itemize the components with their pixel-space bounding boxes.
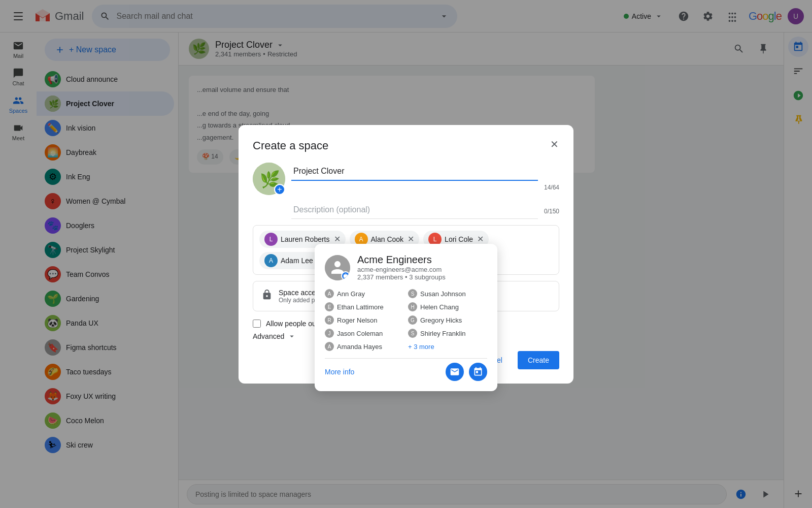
description-row: 0/150 [291, 201, 559, 219]
chip-avatar-adam: A [264, 254, 278, 267]
popover-action-buttons [446, 363, 487, 381]
outside-checkbox[interactable] [253, 320, 261, 328]
member-shirley: S Shirley Franklin [408, 328, 487, 339]
acme-header: Acme Engineers acme-engineers@acme.com 2… [325, 254, 487, 281]
member-dot-helen: H [408, 302, 417, 311]
dialog-close-button[interactable]: ✕ [545, 135, 563, 153]
member-dot-shirley: S [408, 329, 417, 338]
more-members-link[interactable]: + 3 more [408, 343, 434, 351]
member-roger: R Roger Nelson [325, 314, 404, 326]
member-dot-roger: R [325, 315, 334, 325]
popover-footer: More info [325, 358, 487, 381]
member-name-amanda: Amanda Hayes [337, 343, 382, 351]
acme-meta: 2,337 members • 3 subgroups [357, 273, 446, 281]
space-name-input[interactable] [291, 163, 538, 181]
member-gregory: G Gregory Hicks [408, 314, 487, 326]
member-name-susan: Susan Johnson [420, 290, 466, 298]
chip-label-alan: Alan Cook [371, 235, 404, 243]
acme-separator: • [405, 273, 409, 281]
member-dot-jason: J [325, 329, 334, 338]
member-name-gregory: Gregory Hicks [420, 316, 462, 324]
member-susan: S Susan Johnson [408, 288, 487, 299]
name-counter: 14/64 [544, 184, 559, 195]
description-input[interactable] [291, 201, 538, 219]
chip-avatar-lauren: L [264, 233, 278, 246]
email-action-button[interactable] [446, 363, 464, 381]
member-dot-ethan: E [325, 302, 334, 311]
calendar-action-button[interactable] [469, 363, 487, 381]
acme-avatar [325, 255, 350, 280]
chip-label-lauren: Lauren Roberts [281, 235, 330, 243]
member-jason: J Jason Coleman [325, 328, 404, 339]
chip-remove-lori[interactable]: ✕ [477, 234, 484, 244]
more-info-link[interactable]: More info [325, 368, 354, 376]
lock-icon [261, 289, 273, 303]
member-helen: H Helen Chang [408, 301, 487, 312]
acme-subgroups: 3 subgroups [409, 273, 446, 281]
chip-remove-alan[interactable]: ✕ [408, 234, 414, 244]
chip-label-lori: Lori Cole [445, 235, 473, 243]
acme-members-count: 2,337 members [357, 273, 403, 281]
name-row: 🌿 + 14/64 [253, 163, 559, 195]
member-dot-gregory: G [408, 315, 417, 325]
member-more: + 3 more [408, 341, 487, 352]
advanced-label: Advanced [253, 332, 284, 340]
member-name-ann: Ann Gray [337, 290, 365, 298]
acme-engineers-popover: Acme Engineers acme-engineers@acme.com 2… [315, 244, 497, 391]
member-name-shirley: Shirley Franklin [420, 330, 466, 337]
acme-info: Acme Engineers acme-engineers@acme.com 2… [357, 254, 446, 281]
acme-email: acme-engineers@acme.com [357, 266, 446, 273]
space-avatar-edit: 🌿 + [253, 163, 285, 195]
member-name-ethan: Ethan Lattimore [337, 303, 384, 311]
member-amanda: A Amanda Hayes [325, 341, 404, 352]
member-ethan: E Ethan Lattimore [325, 301, 404, 312]
acme-badge-icon [341, 271, 350, 280]
member-ann: A Ann Gray [325, 288, 404, 299]
dialog-title: Create a space [253, 139, 559, 152]
member-name-helen: Helen Chang [420, 303, 459, 311]
chip-label-adam: Adam Lee [281, 257, 313, 265]
chip-remove-lauren[interactable]: ✕ [334, 234, 341, 244]
member-dot-ann: A [325, 289, 334, 298]
advanced-chevron-icon [287, 332, 296, 341]
member-name-roger: Roger Nelson [337, 316, 378, 324]
create-button[interactable]: Create [518, 351, 559, 369]
members-grid: A Ann Gray S Susan Johnson E Ethan Latti… [325, 288, 487, 352]
member-name-jason: Jason Coleman [337, 330, 383, 337]
member-dot-susan: S [408, 289, 417, 298]
member-dot-amanda: A [325, 342, 334, 351]
add-avatar-button[interactable]: + [274, 184, 285, 195]
desc-counter: 0/150 [544, 208, 559, 219]
acme-name: Acme Engineers [357, 254, 446, 266]
